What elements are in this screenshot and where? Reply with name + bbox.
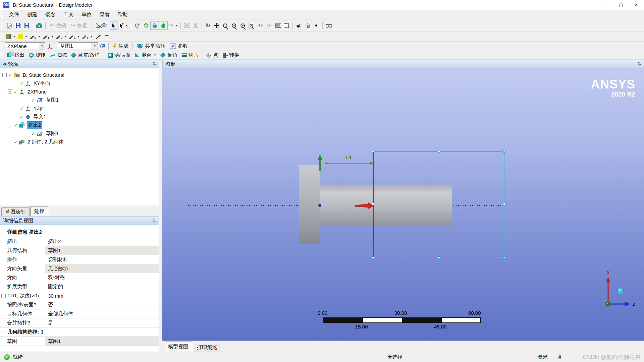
property-value[interactable]: 全部几何体 [45,309,159,318]
menu-tools[interactable]: 工具 [59,10,77,19]
sketch-handle[interactable] [372,256,374,259]
redo-button[interactable]: ↷恢复 [68,21,90,29]
pin-icon[interactable] [637,62,641,66]
edge-color-dropdown[interactable]: ▼ [17,32,29,41]
box-select-button[interactable] [182,21,191,30]
share-topology-button[interactable]: 共享拓扑 [135,42,167,50]
select-new-button[interactable] [110,21,118,30]
model-flange-body[interactable] [299,165,320,244]
collapse-icon[interactable]: − [1,230,5,234]
property-value[interactable]: 双-对称 [45,273,159,282]
filter-vertex-button[interactable] [133,21,142,30]
save-button[interactable] [14,21,22,30]
parameter-checkbox[interactable] [1,294,6,298]
menu-concept[interactable]: 概念 [41,10,59,19]
box-zoom-button[interactable]: + [247,21,256,30]
collapse-icon[interactable]: − [1,330,5,334]
plane-select[interactable]: ZXPlane▼ [5,42,45,50]
revolve-button[interactable]: 旋转 [27,51,48,59]
generate-button[interactable]: 生成 [110,42,131,50]
image-capture-button[interactable] [35,21,44,30]
menu-create[interactable]: 创建 [23,10,41,19]
zoom-in-button[interactable]: + [230,21,238,30]
display-points-button[interactable] [312,21,321,30]
property-value[interactable]: 是 [45,318,159,327]
sketch-handle[interactable] [503,203,505,205]
tree-item-project[interactable]: − ✓ B: Static Structural [0,71,159,79]
skin-loft-button[interactable]: 蒙皮/放样 [69,51,102,59]
sketch-handle[interactable] [438,150,440,153]
graphics-viewport[interactable]: ANSYS 2020 R2 L1 0.00 30.00 60.00 (mm) 1… [162,68,644,341]
tree-item-yz-plane[interactable]: ✓ YZ面 [0,104,159,113]
menu-units[interactable]: 单位 [77,10,96,19]
edge-joint-1-dropdown[interactable]: 1▼ [42,32,55,41]
sketch-handle[interactable] [503,256,505,259]
parameters-button[interactable]: P参数 [167,42,190,50]
display-vertices-button[interactable] [94,32,103,41]
chamfer-button[interactable]: 倒角 [159,51,180,59]
close-button[interactable]: ✕ [629,0,644,10]
blend-dropdown[interactable]: 混合▼ [133,51,159,59]
tree-item-parts-bodies[interactable]: + ✓ 2 部件, 2 几何体 [0,138,159,146]
tree-item-xy-plane[interactable]: ✓ XY平面 [0,79,159,87]
orientation-triad[interactable]: X Z [597,267,641,311]
property-value[interactable]: 切割材料 [45,255,159,264]
tab-model-view[interactable]: 模型视图 [164,342,192,352]
select-mode-dropdown[interactable]: ▼ [118,21,129,30]
maximize-button[interactable]: ▢ [613,0,629,10]
face-color-dropdown[interactable]: ▼ [5,32,17,41]
tree-item-zx-plane[interactable]: − ✓ ZXPlane [0,87,159,96]
look-at-face-button[interactable] [303,21,312,30]
new-sketch-button[interactable] [5,21,14,30]
next-view-button[interactable]: ⟳ [265,21,273,30]
dimension-line[interactable] [324,161,373,166]
edge-joint-2-dropdown[interactable]: 2▼ [55,32,68,41]
sketch-handle[interactable] [503,150,505,153]
pin-icon[interactable] [152,219,156,223]
sketch-selection-rectangle[interactable] [373,151,504,257]
property-value[interactable]: 无 (法向) [45,264,159,273]
property-value[interactable]: 草图1 [45,246,159,255]
extrude-button[interactable]: 挤出 [5,51,27,59]
property-value[interactable]: 挤出2 [45,237,159,246]
collapse-icon[interactable]: − [8,89,12,94]
property-value[interactable]: 30 mm [45,291,159,300]
slice-button[interactable]: 切片 [180,51,201,59]
iso-view-button[interactable]: ISO [273,21,282,30]
dimension-label[interactable]: L1 [346,155,352,160]
tab-print-preview[interactable]: 打印预览 [193,343,221,352]
edge-joint-3-dropdown[interactable]: 3▼ [68,32,81,41]
view-settings-button[interactable] [282,21,291,30]
magnifier-window-button[interactable] [238,21,247,30]
tree-item-sketch1-child[interactable]: ✓ 草图1 [0,129,159,138]
sketch-handle[interactable] [438,256,440,259]
rotate-button[interactable]: ↻ [204,21,212,30]
edge-joint-0-dropdown[interactable]: 0▼ [29,32,42,41]
tab-modeling[interactable]: 建模 [30,206,48,216]
display-edge-direction-button[interactable] [103,32,111,41]
edge-joint-x-dropdown[interactable]: x▼ [81,32,94,41]
sketch-select[interactable]: 草图1▼ [58,42,98,50]
filter-face-button[interactable] [150,21,159,30]
menu-view[interactable]: 查看 [96,10,114,19]
minimize-button[interactable]: ─ [598,0,613,10]
expand-icon[interactable]: + [8,140,12,144]
menu-file[interactable]: 文件 [5,10,23,19]
pin-icon[interactable] [152,62,156,66]
property-value[interactable]: 否 [45,300,159,309]
new-sketch-tool-button[interactable] [98,42,107,51]
convert-button[interactable]: ↪转换 [220,51,241,59]
display-mode-button[interactable] [324,21,333,30]
filter-body-button[interactable] [159,21,168,30]
display-plane-button[interactable] [294,21,303,30]
extend-selection-dropdown[interactable]: ↷▼ [168,21,179,30]
new-plane-button[interactable] [45,42,54,51]
collapse-icon[interactable]: − [2,73,7,77]
pan-button[interactable] [212,21,221,30]
zoom-button[interactable]: ↕ [221,21,230,30]
sketch-handle[interactable] [372,150,374,153]
box-volume-select-button[interactable] [191,21,200,30]
tree-item-extrude2[interactable]: − ✓ 挤出2 [0,121,159,129]
previous-view-button[interactable]: ⟲ [256,21,265,30]
undo-button[interactable]: ↶撤销 [47,21,68,29]
